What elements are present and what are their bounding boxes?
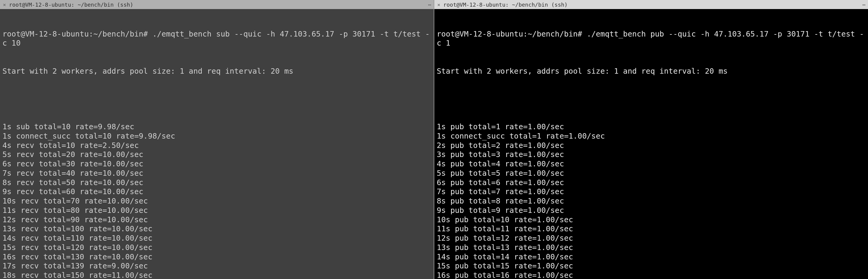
output-line: 6s pub total=6 rate=1.00/sec: [437, 178, 866, 187]
command-line-right: root@VM-12-8-ubuntu:~/bench/bin# ./emqtt…: [437, 30, 866, 48]
output-line: 1s connect_succ total=10 rate=9.98/sec: [2, 132, 431, 141]
tab-title-left: root@VM-12-8-ubuntu: ~/bench/bin (ssh): [9, 1, 133, 8]
blank-line: [437, 94, 866, 104]
more-icon[interactable]: ⋯: [428, 1, 431, 8]
tab-left-group: ✕ root@VM-12-8-ubuntu: ~/bench/bin (ssh): [3, 1, 133, 8]
terminal-pane-right[interactable]: ✕ root@VM-12-8-ubuntu: ~/bench/bin (ssh)…: [434, 0, 868, 279]
output-line: 10s pub total=10 rate=1.00/sec: [437, 215, 866, 225]
output-line: 9s pub total=9 rate=1.00/sec: [437, 206, 866, 215]
output-line: 3s pub total=3 rate=1.00/sec: [437, 150, 866, 159]
close-icon[interactable]: ✕: [3, 2, 6, 7]
output-line: 1s pub total=1 rate=1.00/sec: [437, 122, 866, 132]
output-line: 6s recv total=30 rate=10.00/sec: [2, 159, 431, 169]
output-line: 11s recv total=80 rate=10.00/sec: [2, 206, 431, 215]
blank-line: [2, 94, 431, 104]
tab-bar-right: ✕ root@VM-12-8-ubuntu: ~/bench/bin (ssh)…: [434, 0, 868, 9]
terminal-pane-left[interactable]: ✕ root@VM-12-8-ubuntu: ~/bench/bin (ssh)…: [0, 0, 434, 279]
tab-title-right: root@VM-12-8-ubuntu: ~/bench/bin (ssh): [443, 1, 568, 8]
output-line: 4s recv total=10 rate=2.50/sec: [2, 141, 431, 150]
output-line: 18s recv total=150 rate=11.00/sec: [2, 271, 431, 279]
output-line: 12s pub total=12 rate=1.00/sec: [437, 234, 866, 243]
output-line: 14s pub total=14 rate=1.00/sec: [437, 252, 866, 262]
output-line: 7s pub total=7 rate=1.00/sec: [437, 187, 866, 196]
output-line: 15s pub total=15 rate=1.00/sec: [437, 261, 866, 271]
close-icon[interactable]: ✕: [437, 2, 440, 7]
output-line: 17s recv total=139 rate=9.00/sec: [2, 261, 431, 271]
output-line: 10s recv total=70 rate=10.00/sec: [2, 196, 431, 206]
output-line: 11s pub total=11 rate=1.00/sec: [437, 224, 866, 234]
output-line: 4s pub total=4 rate=1.00/sec: [437, 159, 866, 169]
tab-left-group: ✕ root@VM-12-8-ubuntu: ~/bench/bin (ssh): [437, 1, 567, 8]
terminal-content-right[interactable]: root@VM-12-8-ubuntu:~/bench/bin# ./emqtt…: [434, 9, 868, 279]
start-line-right: Start with 2 workers, addrs pool size: 1…: [437, 67, 866, 76]
output-line: 7s recv total=40 rate=10.00/sec: [2, 169, 431, 178]
output-line: 16s recv total=130 rate=10.00/sec: [2, 252, 431, 262]
output-left: 1s sub total=10 rate=9.98/sec1s connect_…: [2, 122, 431, 279]
output-line: 8s pub total=8 rate=1.00/sec: [437, 196, 866, 206]
output-line: 1s connect_succ total=1 rate=1.00/sec: [437, 132, 866, 141]
output-line: 5s recv total=20 rate=10.00/sec: [2, 150, 431, 159]
command-line-left: root@VM-12-8-ubuntu:~/bench/bin# ./emqtt…: [2, 30, 431, 48]
output-right: 1s pub total=1 rate=1.00/sec1s connect_s…: [437, 122, 866, 279]
output-line: 14s recv total=110 rate=10.00/sec: [2, 234, 431, 243]
output-line: 13s pub total=13 rate=1.00/sec: [437, 243, 866, 252]
tab-bar-left: ✕ root@VM-12-8-ubuntu: ~/bench/bin (ssh)…: [0, 0, 434, 9]
output-line: 5s pub total=5 rate=1.00/sec: [437, 169, 866, 178]
output-line: 15s recv total=120 rate=10.00/sec: [2, 243, 431, 252]
more-icon[interactable]: ⋯: [862, 1, 865, 8]
terminal-content-left[interactable]: root@VM-12-8-ubuntu:~/bench/bin# ./emqtt…: [0, 9, 434, 279]
start-line-left: Start with 2 workers, addrs pool size: 1…: [2, 67, 431, 76]
output-line: 16s pub total=16 rate=1.00/sec: [437, 271, 866, 279]
output-line: 13s recv total=100 rate=10.00/sec: [2, 224, 431, 234]
output-line: 12s recv total=90 rate=10.00/sec: [2, 215, 431, 225]
prompt-right: root@VM-12-8-ubuntu:~/bench/bin#: [437, 30, 587, 38]
output-line: 2s pub total=2 rate=1.00/sec: [437, 141, 866, 150]
output-line: 9s recv total=60 rate=10.00/sec: [2, 187, 431, 196]
output-line: 8s recv total=50 rate=10.00/sec: [2, 178, 431, 187]
prompt-left: root@VM-12-8-ubuntu:~/bench/bin#: [2, 30, 153, 38]
output-line: 1s sub total=10 rate=9.98/sec: [2, 122, 431, 132]
